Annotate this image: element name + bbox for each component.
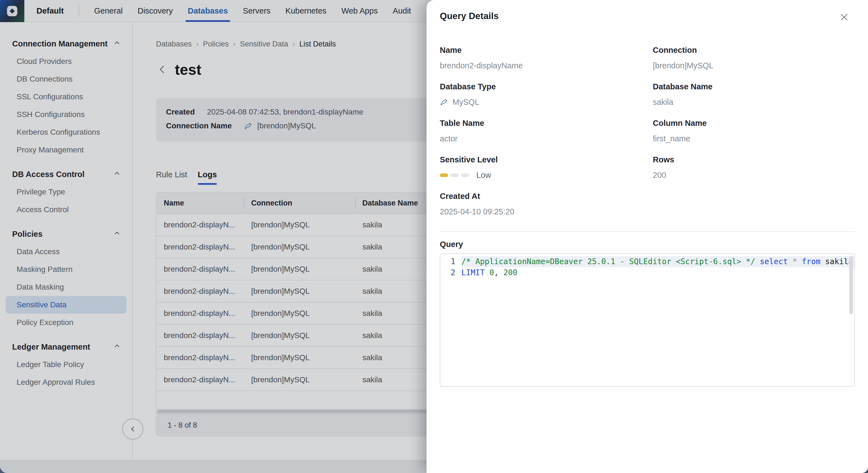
field-value-text: MySQL <box>453 97 479 107</box>
sensitive-level-indicator <box>440 174 469 177</box>
field-value: [brendon]MySQL <box>653 61 855 70</box>
field-label: Rows <box>653 155 855 164</box>
close-icon[interactable] <box>837 10 851 24</box>
field-value: actor <box>440 134 653 143</box>
field-value-text: 2025-04-10 09:25:20 <box>440 207 514 216</box>
field-label: Database Type <box>440 82 653 91</box>
field-value-text: [brendon]MySQL <box>653 61 713 70</box>
token-keyword: from <box>802 257 820 266</box>
code-content: /* ApplicationName=DBeaver 25.0.1 - SQLE… <box>461 256 855 267</box>
drawer-header: Query Details <box>440 0 855 33</box>
token-plain <box>797 257 802 266</box>
field-value: 200 <box>653 170 855 180</box>
field-value-text: sakila <box>653 97 673 107</box>
mysql-dolphin-icon <box>440 97 449 107</box>
field-created-at: Created At2025-04-10 09:25:20 <box>440 191 653 216</box>
line-number: 1 <box>440 256 461 267</box>
field-value-text: Low <box>476 170 491 180</box>
field-label: Column Name <box>653 118 855 128</box>
code-line: 2LIMIT 0, 200 <box>440 267 854 278</box>
mysql-dolphin-icon <box>440 97 449 107</box>
drawer-title: Query Details <box>440 10 499 22</box>
token-comment: /* ApplicationName=DBeaver 25.0.1 - SQLE… <box>461 257 755 266</box>
token-op: * <box>793 257 797 266</box>
field-sensitive-level: Sensitive LevelLow <box>440 155 653 180</box>
code-scrollbar[interactable] <box>849 256 853 314</box>
token-keyword: select <box>760 257 788 266</box>
field-label: Table Name <box>440 118 653 128</box>
field-value: MySQL <box>440 97 653 107</box>
field-label: Database Name <box>653 82 855 91</box>
field-table-name: Table Nameactor <box>440 118 653 143</box>
token-number: 0 <box>489 268 494 277</box>
field-connection: Connection[brendon]MySQL <box>653 45 855 70</box>
code-lines: 1/* ApplicationName=DBeaver 25.0.1 - SQL… <box>440 256 854 278</box>
field-label: Connection <box>653 45 855 55</box>
field-database-name: Database Namesakila <box>653 82 855 107</box>
field-label: Name <box>440 45 653 55</box>
token-plain <box>820 257 825 266</box>
field-value: first_name <box>653 134 855 143</box>
divider <box>440 231 855 232</box>
token-plain <box>788 257 793 266</box>
token-plain <box>755 257 760 266</box>
query-section-label: Query <box>440 240 855 249</box>
field-label: Created At <box>440 191 653 201</box>
level-pill <box>440 174 448 177</box>
field-rows: Rows200 <box>653 155 855 180</box>
query-details-drawer: Query Details Namebrendon2-displayNameCo… <box>427 0 868 473</box>
level-pill <box>450 174 459 177</box>
token-keyword: LIMIT <box>461 268 485 277</box>
code-content: LIMIT 0, 200 <box>461 267 848 278</box>
token-plain <box>485 268 489 277</box>
field-database-type: Database TypeMySQL <box>440 82 653 107</box>
drawer-fields: Namebrendon2-displayNameConnection[brend… <box>440 45 855 228</box>
field-value-text: actor <box>440 134 458 143</box>
field-name: Namebrendon2-displayName <box>440 45 653 70</box>
field-value: 2025-04-10 09:25:20 <box>440 207 653 216</box>
field-label: Sensitive Level <box>440 155 653 164</box>
field-value-text: 200 <box>653 170 666 180</box>
level-pill <box>461 174 469 177</box>
line-number: 2 <box>440 267 461 278</box>
field-value: brendon2-displayName <box>440 61 653 70</box>
field-value: sakila <box>653 97 855 107</box>
token-number: 200 <box>503 268 518 277</box>
field-column-name: Column Namefirst_name <box>653 118 855 143</box>
field-value-text: first_name <box>653 134 690 143</box>
field-value-text: brendon2-displayName <box>440 61 523 70</box>
sql-code-editor[interactable]: 1/* ApplicationName=DBeaver 25.0.1 - SQL… <box>440 253 855 387</box>
field-value: Low <box>440 170 653 180</box>
token-plain: , <box>494 268 503 277</box>
code-line: 1/* ApplicationName=DBeaver 25.0.1 - SQL… <box>440 256 854 267</box>
